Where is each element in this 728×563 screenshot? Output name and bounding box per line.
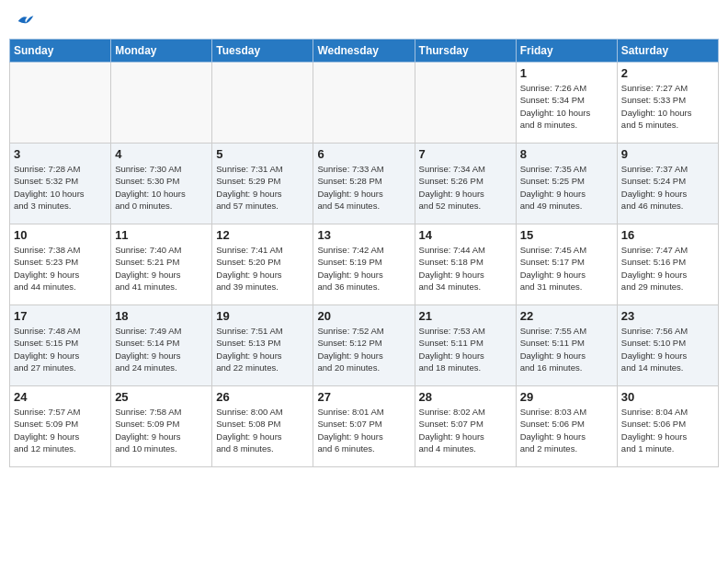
day-number: 24 xyxy=(14,390,107,404)
calendar-day-cell: 6Sunrise: 7:33 AM Sunset: 5:28 PM Daylig… xyxy=(313,144,415,224)
calendar-day-cell xyxy=(111,63,212,144)
day-info: Sunrise: 7:28 AM Sunset: 5:32 PM Dayligh… xyxy=(14,163,107,212)
day-number: 10 xyxy=(14,228,107,242)
weekday-header-cell: Saturday xyxy=(617,40,718,63)
day-info: Sunrise: 7:55 AM Sunset: 5:11 PM Dayligh… xyxy=(520,325,613,373)
calendar-day-cell: 2Sunrise: 7:27 AM Sunset: 5:33 PM Daylig… xyxy=(617,63,718,144)
day-info: Sunrise: 7:34 AM Sunset: 5:26 PM Dayligh… xyxy=(419,163,512,212)
day-info: Sunrise: 7:51 AM Sunset: 5:13 PM Dayligh… xyxy=(216,325,309,373)
calendar-day-cell xyxy=(415,63,516,144)
day-number: 29 xyxy=(520,390,613,404)
day-number: 21 xyxy=(419,309,512,323)
day-number: 16 xyxy=(621,228,714,242)
calendar-week-row: 3Sunrise: 7:28 AM Sunset: 5:32 PM Daylig… xyxy=(10,144,719,224)
weekday-header-cell: Tuesday xyxy=(212,40,313,63)
calendar-day-cell xyxy=(212,63,313,144)
calendar-day-cell: 9Sunrise: 7:37 AM Sunset: 5:24 PM Daylig… xyxy=(617,144,718,224)
calendar-day-cell: 3Sunrise: 7:28 AM Sunset: 5:32 PM Daylig… xyxy=(10,144,111,224)
day-info: Sunrise: 7:37 AM Sunset: 5:24 PM Dayligh… xyxy=(621,163,714,212)
weekday-header-cell: Wednesday xyxy=(313,40,415,63)
day-number: 1 xyxy=(520,66,613,80)
calendar-day-cell: 7Sunrise: 7:34 AM Sunset: 5:26 PM Daylig… xyxy=(415,144,516,224)
calendar-day-cell: 8Sunrise: 7:35 AM Sunset: 5:25 PM Daylig… xyxy=(516,144,617,224)
day-number: 15 xyxy=(520,228,613,242)
day-info: Sunrise: 7:56 AM Sunset: 5:10 PM Dayligh… xyxy=(621,325,714,373)
calendar-day-cell: 1Sunrise: 7:26 AM Sunset: 5:34 PM Daylig… xyxy=(516,63,617,144)
day-number: 9 xyxy=(621,147,714,161)
calendar-table: SundayMondayTuesdayWednesdayThursdayFrid… xyxy=(9,39,719,467)
weekday-header-row: SundayMondayTuesdayWednesdayThursdayFrid… xyxy=(10,40,719,63)
day-number: 18 xyxy=(115,309,208,323)
day-number: 8 xyxy=(520,147,613,161)
calendar-day-cell: 25Sunrise: 7:58 AM Sunset: 5:09 PM Dayli… xyxy=(111,386,212,467)
day-number: 5 xyxy=(216,147,309,161)
day-number: 2 xyxy=(621,66,714,80)
day-info: Sunrise: 7:30 AM Sunset: 5:30 PM Dayligh… xyxy=(115,163,208,212)
calendar-day-cell: 4Sunrise: 7:30 AM Sunset: 5:30 PM Daylig… xyxy=(111,144,212,224)
day-number: 7 xyxy=(419,147,512,161)
day-info: Sunrise: 7:38 AM Sunset: 5:23 PM Dayligh… xyxy=(14,244,107,293)
day-info: Sunrise: 7:53 AM Sunset: 5:11 PM Dayligh… xyxy=(419,325,512,373)
day-info: Sunrise: 7:47 AM Sunset: 5:16 PM Dayligh… xyxy=(621,244,714,293)
weekday-header-cell: Monday xyxy=(111,40,212,63)
calendar-day-cell: 17Sunrise: 7:48 AM Sunset: 5:15 PM Dayli… xyxy=(10,305,111,386)
day-number: 13 xyxy=(317,228,410,242)
calendar-day-cell: 21Sunrise: 7:53 AM Sunset: 5:11 PM Dayli… xyxy=(415,305,516,386)
calendar-day-cell: 29Sunrise: 8:03 AM Sunset: 5:06 PM Dayli… xyxy=(516,386,617,467)
calendar-day-cell: 19Sunrise: 7:51 AM Sunset: 5:13 PM Dayli… xyxy=(212,305,313,386)
day-number: 27 xyxy=(317,390,410,404)
calendar-day-cell: 22Sunrise: 7:55 AM Sunset: 5:11 PM Dayli… xyxy=(516,305,617,386)
calendar-day-cell: 30Sunrise: 8:04 AM Sunset: 5:06 PM Dayli… xyxy=(617,386,718,467)
calendar-body: 1Sunrise: 7:26 AM Sunset: 5:34 PM Daylig… xyxy=(10,63,719,467)
calendar-day-cell: 27Sunrise: 8:01 AM Sunset: 5:07 PM Dayli… xyxy=(313,386,415,467)
calendar-day-cell: 28Sunrise: 8:02 AM Sunset: 5:07 PM Dayli… xyxy=(415,386,516,467)
day-info: Sunrise: 8:04 AM Sunset: 5:06 PM Dayligh… xyxy=(621,406,714,454)
day-number: 19 xyxy=(216,309,309,323)
calendar-day-cell: 13Sunrise: 7:42 AM Sunset: 5:19 PM Dayli… xyxy=(313,224,415,305)
day-number: 20 xyxy=(317,309,410,323)
day-info: Sunrise: 7:35 AM Sunset: 5:25 PM Dayligh… xyxy=(520,163,613,212)
day-info: Sunrise: 7:33 AM Sunset: 5:28 PM Dayligh… xyxy=(317,163,410,212)
day-info: Sunrise: 7:52 AM Sunset: 5:12 PM Dayligh… xyxy=(317,325,410,373)
day-info: Sunrise: 8:00 AM Sunset: 5:08 PM Dayligh… xyxy=(216,406,309,454)
day-number: 28 xyxy=(419,390,512,404)
day-number: 26 xyxy=(216,390,309,404)
day-number: 6 xyxy=(317,147,410,161)
calendar-day-cell: 16Sunrise: 7:47 AM Sunset: 5:16 PM Dayli… xyxy=(617,224,718,305)
day-number: 17 xyxy=(14,309,107,323)
weekday-header-cell: Thursday xyxy=(415,40,516,63)
logo-bird-icon xyxy=(17,13,35,29)
calendar-week-row: 24Sunrise: 7:57 AM Sunset: 5:09 PM Dayli… xyxy=(10,386,719,467)
day-info: Sunrise: 7:42 AM Sunset: 5:19 PM Dayligh… xyxy=(317,244,410,293)
day-number: 30 xyxy=(621,390,714,404)
calendar-week-row: 17Sunrise: 7:48 AM Sunset: 5:15 PM Dayli… xyxy=(10,305,719,386)
day-number: 12 xyxy=(216,228,309,242)
day-info: Sunrise: 7:49 AM Sunset: 5:14 PM Dayligh… xyxy=(115,325,208,373)
day-number: 11 xyxy=(115,228,208,242)
calendar-day-cell: 10Sunrise: 7:38 AM Sunset: 5:23 PM Dayli… xyxy=(10,224,111,305)
calendar-day-cell: 5Sunrise: 7:31 AM Sunset: 5:29 PM Daylig… xyxy=(212,144,313,224)
day-info: Sunrise: 7:26 AM Sunset: 5:34 PM Dayligh… xyxy=(520,82,613,131)
calendar-day-cell: 26Sunrise: 8:00 AM Sunset: 5:08 PM Dayli… xyxy=(212,386,313,467)
calendar-day-cell xyxy=(10,63,111,144)
page-header xyxy=(9,9,719,33)
day-info: Sunrise: 7:45 AM Sunset: 5:17 PM Dayligh… xyxy=(520,244,613,293)
calendar-day-cell: 14Sunrise: 7:44 AM Sunset: 5:18 PM Dayli… xyxy=(415,224,516,305)
day-info: Sunrise: 7:31 AM Sunset: 5:29 PM Dayligh… xyxy=(216,163,309,212)
day-info: Sunrise: 7:27 AM Sunset: 5:33 PM Dayligh… xyxy=(621,82,714,131)
calendar-day-cell: 12Sunrise: 7:41 AM Sunset: 5:20 PM Dayli… xyxy=(212,224,313,305)
calendar-day-cell: 11Sunrise: 7:40 AM Sunset: 5:21 PM Dayli… xyxy=(111,224,212,305)
day-info: Sunrise: 8:02 AM Sunset: 5:07 PM Dayligh… xyxy=(419,406,512,454)
day-info: Sunrise: 7:40 AM Sunset: 5:21 PM Dayligh… xyxy=(115,244,208,293)
day-info: Sunrise: 7:44 AM Sunset: 5:18 PM Dayligh… xyxy=(419,244,512,293)
day-number: 23 xyxy=(621,309,714,323)
day-number: 14 xyxy=(419,228,512,242)
day-info: Sunrise: 7:57 AM Sunset: 5:09 PM Dayligh… xyxy=(14,406,107,454)
calendar-week-row: 1Sunrise: 7:26 AM Sunset: 5:34 PM Daylig… xyxy=(10,63,719,144)
calendar-day-cell: 20Sunrise: 7:52 AM Sunset: 5:12 PM Dayli… xyxy=(313,305,415,386)
day-number: 25 xyxy=(115,390,208,404)
day-number: 3 xyxy=(14,147,107,161)
day-info: Sunrise: 7:58 AM Sunset: 5:09 PM Dayligh… xyxy=(115,406,208,454)
calendar-day-cell: 15Sunrise: 7:45 AM Sunset: 5:17 PM Dayli… xyxy=(516,224,617,305)
weekday-header-cell: Sunday xyxy=(10,40,111,63)
